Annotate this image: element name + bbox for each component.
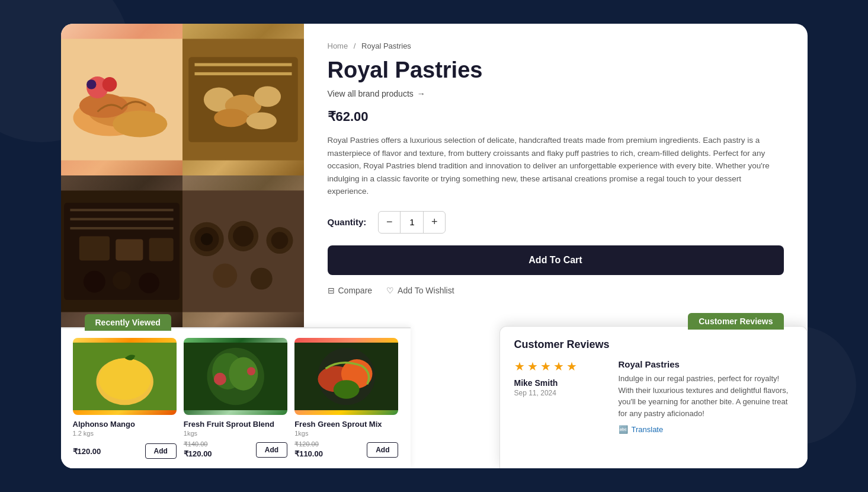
breadcrumb-current: Royal Pastries	[361, 41, 411, 50]
card-name-vegmix: Fresh Green Sprout Mix	[294, 420, 398, 429]
svg-point-14	[254, 86, 280, 107]
card-price-row-mango: ₹120.00 Add	[73, 443, 177, 459]
product-image-4	[182, 175, 304, 327]
svg-point-6	[87, 79, 96, 89]
main-container: Home / Royal Pastries Royal Pastries Vie…	[61, 24, 808, 468]
customer-reviews-section: Customer Reviews Customer Reviews ★ ★ ★ …	[499, 326, 808, 468]
svg-point-16	[246, 113, 276, 130]
star-5: ★	[566, 359, 577, 373]
svg-point-3	[79, 94, 127, 118]
action-row: ⊟ Compare ♡ Add To Wishlist	[328, 286, 784, 295]
svg-point-7	[113, 110, 167, 137]
svg-rect-20	[70, 218, 173, 221]
card-weight-vegmix: 1kgs	[294, 430, 398, 437]
product-image-grid	[61, 24, 304, 327]
heart-icon: ♡	[386, 286, 394, 295]
svg-rect-11	[194, 72, 292, 75]
recently-viewed-item-3: 8% OFF Fresh Green Sprout Mix 1kgs ₹120.…	[294, 338, 398, 459]
card-weight-mango: 1.2 kgs	[73, 430, 177, 437]
review-right: Royal Pastries Indulge in our regal past…	[619, 359, 793, 434]
review-product-name: Royal Pastries	[619, 359, 793, 369]
translate-icon: 🔤	[619, 425, 628, 434]
quantity-label: Quantity:	[328, 217, 367, 227]
view-all-link[interactable]: View all brand products →	[328, 89, 784, 98]
star-3: ★	[540, 359, 551, 373]
svg-point-46	[214, 373, 226, 385]
product-price: ₹62.00	[328, 109, 784, 124]
reviews-title: Customer Reviews	[514, 338, 793, 351]
product-area: Home / Royal Pastries Royal Pastries Vie…	[61, 24, 808, 327]
svg-point-32	[200, 233, 213, 245]
card-name-mango: Alphonso Mango	[73, 420, 177, 429]
stars-row: ★ ★ ★ ★ ★	[514, 359, 609, 373]
product-image-3	[61, 175, 182, 327]
svg-rect-19	[70, 209, 173, 211]
review-date: Sep 11, 2024	[514, 389, 609, 397]
recently-viewed-tab[interactable]: Recently Viewed	[85, 314, 171, 331]
card-image-vegmix[interactable]: 8% OFF	[294, 338, 398, 415]
svg-point-52	[334, 380, 360, 399]
quantity-decrease-button[interactable]: −	[379, 212, 400, 233]
card-price-row-salad: ₹140.00 ₹120.00 Add	[184, 440, 287, 459]
review-left: ★ ★ ★ ★ ★ Mike Smith Sep 11, 2024	[514, 359, 609, 434]
card-price-row-vegmix: ₹120.00 ₹110.00 Add	[294, 440, 398, 459]
customer-reviews-tab[interactable]: Customer Reviews	[688, 313, 783, 330]
svg-rect-23	[116, 239, 143, 261]
recently-viewed-item-1: ★ 4.3 Alphonso Mango 1.2 kgs ₹120.00 Add	[73, 338, 177, 459]
recently-viewed-section: Recently Viewed ★ 4.3 Alphonso Mang	[61, 327, 411, 468]
quantity-control: − 1 +	[378, 211, 446, 234]
recently-viewed-content: ★ 4.3 Alphonso Mango 1.2 kgs ₹120.00 Add	[61, 327, 411, 468]
star-2: ★	[527, 359, 538, 373]
product-image-1	[61, 24, 182, 175]
recently-viewed-item-2: 14% OFF Fresh Fruit Sprout Blend 1kgs ₹1…	[184, 338, 287, 459]
svg-point-34	[233, 226, 254, 247]
svg-point-36	[271, 232, 288, 249]
svg-point-37	[213, 264, 237, 288]
star-4: ★	[553, 359, 564, 373]
svg-rect-22	[79, 236, 109, 260]
review-body-row: ★ ★ ★ ★ ★ Mike Smith Sep 11, 2024 Royal …	[514, 359, 793, 434]
star-1: ★	[514, 359, 525, 373]
svg-point-47	[247, 367, 255, 375]
svg-point-5	[102, 77, 117, 92]
product-title: Royal Pastries	[328, 57, 784, 83]
breadcrumb-separator: /	[354, 41, 356, 50]
breadcrumb: Home / Royal Pastries	[328, 41, 784, 50]
svg-rect-10	[194, 63, 292, 66]
svg-point-38	[250, 268, 272, 290]
svg-point-26	[113, 271, 131, 290]
svg-point-41	[98, 358, 150, 400]
product-description: Royal Pastries offers a luxurious select…	[328, 134, 784, 198]
breadcrumb-home[interactable]: Home	[328, 41, 348, 50]
card-add-button-salad[interactable]: Add	[256, 442, 287, 458]
card-image-mango[interactable]: ★ 4.3	[73, 338, 177, 415]
svg-rect-24	[149, 238, 173, 261]
card-old-price-salad: ₹140.00	[184, 440, 212, 448]
svg-point-25	[83, 271, 105, 293]
translate-label: Translate	[632, 425, 664, 434]
card-add-button-mango[interactable]: Add	[145, 443, 177, 459]
product-details: Home / Royal Pastries Royal Pastries Vie…	[304, 24, 808, 327]
compare-link[interactable]: ⊟ Compare	[328, 286, 373, 295]
svg-point-15	[214, 108, 248, 127]
card-name-salad: Fresh Fruit Sprout Blend	[184, 420, 287, 429]
svg-rect-21	[70, 227, 173, 229]
wishlist-link[interactable]: ♡ Add To Wishlist	[386, 286, 454, 295]
card-weight-salad: 1kgs	[184, 430, 287, 437]
add-to-cart-button[interactable]: Add To Cart	[328, 245, 784, 275]
card-image-salad[interactable]: 14% OFF	[184, 338, 287, 415]
card-old-price-vegmix: ₹120.00	[294, 440, 323, 448]
quantity-row: Quantity: − 1 +	[328, 211, 784, 234]
customer-reviews-content: Customer Reviews ★ ★ ★ ★ ★ Mike Smith Se…	[499, 326, 808, 468]
translate-row[interactable]: 🔤 Translate	[619, 425, 793, 434]
card-add-button-vegmix[interactable]: Add	[367, 442, 398, 458]
quantity-increase-button[interactable]: +	[424, 212, 445, 233]
compare-icon: ⊟	[328, 286, 335, 295]
reviewer-name: Mike Smith	[514, 378, 609, 388]
svg-point-27	[139, 273, 159, 293]
review-text: Indulge in our regal pastries, perfect f…	[619, 373, 793, 419]
product-image-2	[182, 24, 304, 175]
card-price-salad: ₹120.00	[184, 449, 212, 458]
card-price-mango: ₹120.00	[73, 447, 101, 456]
card-price-vegmix: ₹110.00	[294, 449, 323, 458]
